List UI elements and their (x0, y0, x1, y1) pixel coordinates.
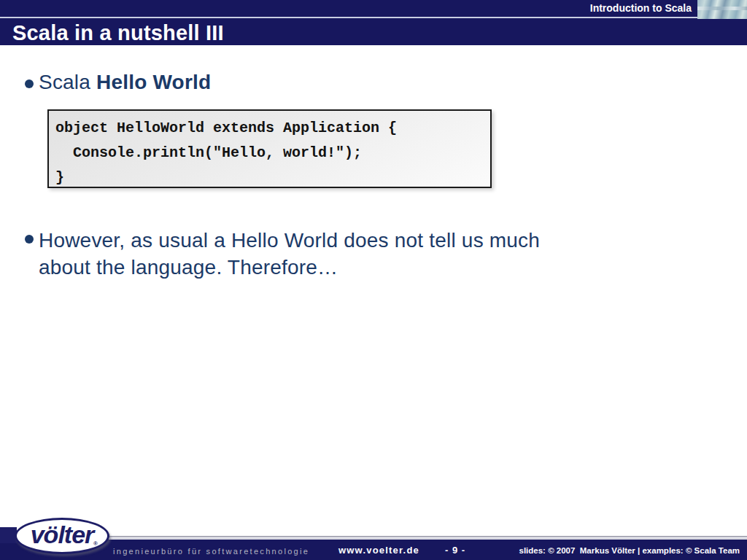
slide-title: Scala in a nutshell III (12, 21, 224, 45)
voelter-logo-text: völter (31, 521, 94, 549)
bullet-item-however: However, as usual a Hello World does not… (39, 227, 540, 281)
bullet-item-hello-world: Scala Hello World (39, 71, 211, 94)
bullet-icon (25, 79, 34, 88)
code-snippet-box: object HelloWorld extends Application { … (47, 109, 492, 188)
bullet2-line2: about the language. Therefore… (39, 254, 540, 281)
header-photo-thumbnail (697, 0, 747, 19)
bullet1-lead-text: Scala (39, 71, 96, 93)
header-divider-line (0, 17, 747, 18)
bullet-icon (25, 235, 34, 244)
code-line: } (55, 166, 490, 190)
presentation-context-label: Introduction to Scala (590, 2, 692, 14)
bullet2-line1: However, as usual a Hello World does not… (39, 227, 540, 254)
footer-tagline: ingenieurbüro für softwaretechnologie (113, 547, 309, 556)
footer-website-url: www.voelter.de (338, 545, 419, 556)
voelter-logo: völter ® (15, 518, 109, 554)
page-number: - 9 - (445, 545, 465, 556)
header-bar: Introduction to Scala Scala in a nutshel… (0, 0, 747, 45)
footer-credits: slides: © 2007 Markus Völter | examples:… (519, 546, 740, 555)
code-line: Console.println("Hello, world!"); (55, 141, 490, 166)
slide: Introduction to Scala Scala in a nutshel… (0, 0, 747, 560)
bullet1-emphasis-text: Hello World (96, 71, 211, 93)
registered-trademark-icon: ® (93, 540, 98, 547)
code-line: object HelloWorld extends Application { (55, 116, 490, 141)
